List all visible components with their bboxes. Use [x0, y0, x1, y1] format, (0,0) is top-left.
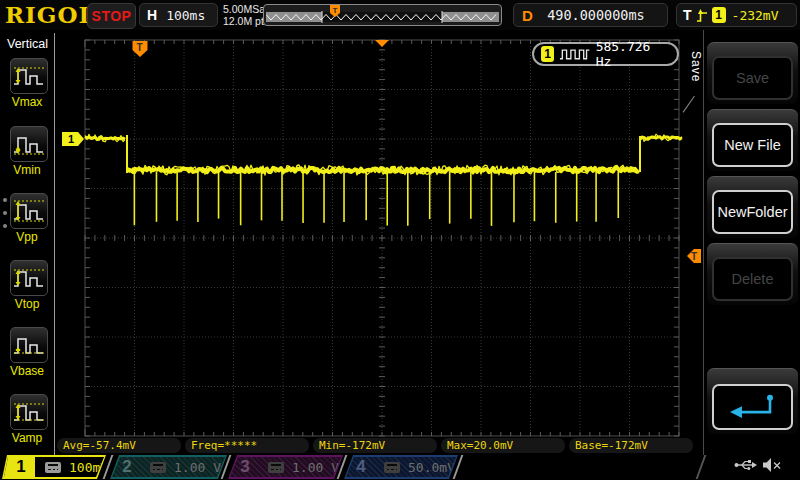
- menu-item-vpp[interactable]: Vpp: [0, 193, 54, 244]
- menu-item-vamp[interactable]: Vamp: [0, 394, 54, 445]
- ch1-waveform: [85, 134, 682, 226]
- menu-item-vbase[interactable]: Vbase: [0, 327, 54, 378]
- back-button[interactable]: [707, 368, 798, 434]
- channel-3-scale: 1.00 V: [292, 460, 339, 475]
- menu-page-dots: [3, 198, 7, 228]
- measure-menu: Vertical Vmax Vmin Vpp Vtop Vbase Vamp: [0, 30, 55, 455]
- waveform-memory-preview: T: [263, 4, 502, 26]
- delay-value: 490.000000ms: [533, 7, 659, 23]
- vamp-icon: [11, 395, 47, 429]
- channel-2-number: 2: [112, 457, 142, 477]
- menu-item-vmax[interactable]: Vmax: [0, 58, 54, 109]
- counter-source-badge: 1: [541, 46, 554, 62]
- svg-text:1: 1: [68, 133, 74, 145]
- graticule: [85, 40, 679, 436]
- save-menu: Save Save New File NewFolder Delete: [703, 30, 800, 455]
- measurement-base: Base=-172mV: [569, 438, 693, 453]
- save-button-label: Save: [712, 56, 793, 100]
- channel-3-status[interactable]: 3 1.00 V: [228, 455, 343, 479]
- menu-item-label: Vtop: [0, 297, 54, 311]
- trigger-source-badge: 1: [712, 7, 726, 23]
- channel-1-number: 1: [4, 457, 35, 477]
- scope-display: 1TT: [55, 30, 703, 456]
- new-file-button[interactable]: New File: [707, 109, 798, 171]
- ch1-ground-marker[interactable]: 1: [62, 132, 84, 146]
- horizontal-timebase[interactable]: H 100ms: [139, 3, 218, 27]
- menu-item-label: Vpp: [0, 230, 54, 244]
- svg-text:T: T: [137, 42, 143, 53]
- channel-2-status[interactable]: 2 1.00 V: [110, 455, 227, 479]
- vpp-icon: [11, 194, 47, 228]
- trigger-label: T: [683, 7, 692, 23]
- channel-status-bar: 1 100mV 2 1.00 V 3 1.00 V 4 50.0mV: [0, 455, 800, 480]
- trigger-level-marker[interactable]: T: [687, 249, 701, 263]
- status-divider: [696, 455, 707, 479]
- delay-label: D: [522, 7, 533, 24]
- vbase-icon: [11, 328, 47, 362]
- return-arrow-icon: [724, 390, 782, 424]
- menu-item-vmin[interactable]: Vmin: [0, 126, 54, 177]
- coupling-icon: [150, 462, 166, 473]
- vmax-icon: [11, 59, 47, 93]
- trigger-delay-readout[interactable]: D 490.000000ms: [513, 3, 668, 27]
- measurement-max: Max=20.0mV: [441, 438, 565, 453]
- measure-menu-title: Vertical: [7, 37, 48, 51]
- memory-preview-graphic: T: [266, 5, 499, 25]
- vtop-icon: [11, 261, 47, 295]
- run-state-indicator: STOP: [87, 3, 136, 29]
- speaker-muted-icon: [762, 457, 782, 473]
- channel-4-status[interactable]: 4 50.0mV: [344, 455, 458, 479]
- system-status-icons: [734, 457, 782, 473]
- timebase-value: 100ms: [166, 8, 205, 23]
- measurement-avg: Avg=-57.4mV: [57, 438, 181, 453]
- svg-text:T: T: [691, 251, 697, 262]
- channel-3-number: 3: [230, 457, 260, 477]
- channel-2-scale: 1.00 V: [174, 460, 221, 475]
- trigger-position-marker[interactable]: T: [133, 41, 148, 57]
- channel-1-scale: 100mV: [69, 460, 108, 475]
- channel-4-number: 4: [346, 457, 376, 477]
- svg-text:T: T: [333, 6, 338, 15]
- delete-button-label: Delete: [712, 257, 793, 301]
- timebase-label: H: [147, 7, 157, 23]
- delete-button: Delete: [707, 243, 798, 305]
- coupling-icon: [45, 462, 61, 473]
- channel-1-status[interactable]: 1 100mV: [2, 455, 106, 479]
- top-status-bar: RIGOL STOP H 100ms 5.00MSa/s 12.0M pts T…: [0, 0, 800, 30]
- new-file-button-label: New File: [712, 123, 793, 167]
- coupling-icon: [384, 462, 400, 473]
- new-folder-button-label: NewFolder: [712, 190, 793, 234]
- oscilloscope-screen: { "top_bar": { "logo": "RIGOL", "run_sta…: [0, 0, 800, 480]
- menu-item-label: Vbase: [0, 364, 54, 378]
- rising-edge-icon: [696, 8, 708, 23]
- vmin-icon: [11, 127, 47, 161]
- save-button: Save: [707, 42, 798, 104]
- coupling-icon: [268, 462, 284, 473]
- menu-item-vtop[interactable]: Vtop: [0, 260, 54, 311]
- rigol-logo: RIGOL: [5, 1, 96, 28]
- menu-item-label: Vmax: [0, 95, 54, 109]
- frequency-value: 585.726 Hz: [596, 39, 670, 69]
- usb-icon: [734, 458, 757, 472]
- menu-item-label: Vamp: [0, 431, 54, 445]
- trigger-level-value: -232mV: [732, 8, 779, 23]
- frequency-counter: 1 585.726 Hz: [532, 42, 679, 66]
- menu-item-label: Vmin: [0, 163, 54, 177]
- trigger-readout[interactable]: T 1 -232mV: [676, 3, 797, 27]
- measurement-freq: Freq=*****: [185, 438, 309, 453]
- measurement-min: Min=-172mV: [313, 438, 437, 453]
- new-folder-button[interactable]: NewFolder: [707, 176, 798, 238]
- pulse-train-icon: [559, 47, 590, 61]
- channel-4-scale: 50.0mV: [408, 460, 455, 475]
- center-time-indicator: [375, 40, 389, 47]
- save-menu-tab: Save: [690, 38, 703, 96]
